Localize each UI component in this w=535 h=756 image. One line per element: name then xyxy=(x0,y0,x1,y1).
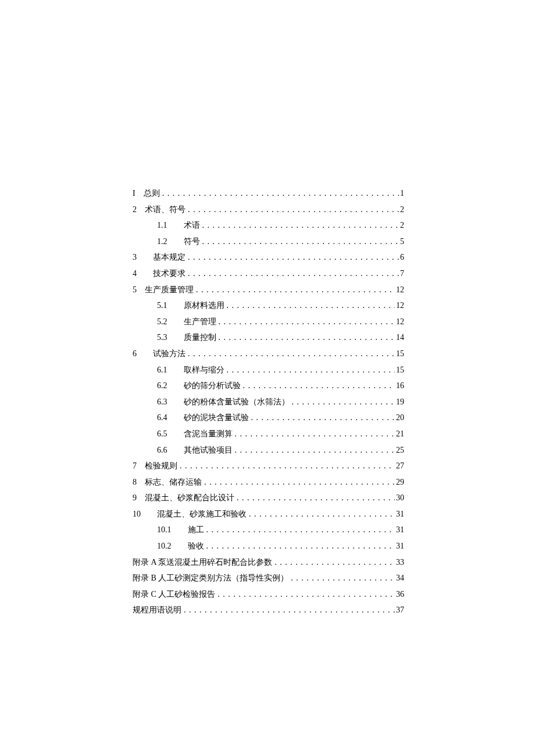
toc-entry: 附录 A 泵送混凝土用碎石时配合比参数33 xyxy=(133,555,404,571)
toc-entry-page: 29 xyxy=(396,475,404,490)
toc-entry-number: 1.2 xyxy=(157,234,167,250)
toc-entry: 附录 C 人工砂检验报告36 xyxy=(133,587,404,603)
toc-entry-number: 10.2 xyxy=(157,539,172,554)
toc-leader-dots xyxy=(243,378,395,394)
toc-entry-label: 原材料选用 xyxy=(184,298,224,314)
table-of-contents: I总则12术语、符号21.1术语21.2符号53基本规定64技术要求75生产质量… xyxy=(133,186,404,618)
toc-entry-number: 6.2 xyxy=(157,378,167,394)
toc-entry: 4技术要求7 xyxy=(133,266,404,282)
toc-entry-page: 31 xyxy=(396,522,404,538)
toc-entry-label: 规程用语说明 xyxy=(133,603,181,618)
toc-entry: 6.1取样与缩分15 xyxy=(133,363,404,378)
toc-entry-label: 生产质量管理 xyxy=(145,282,194,298)
toc-entry-label: 总则 xyxy=(144,186,160,202)
toc-entry-page: 36 xyxy=(396,587,404,603)
toc-leader-dots xyxy=(188,346,395,362)
toc-entry: 1.1术语2 xyxy=(133,218,404,234)
toc-entry-page: 12 xyxy=(396,298,404,314)
toc-leader-dots xyxy=(274,555,395,571)
toc-entry: 6.5含泥当量测算21 xyxy=(133,427,404,442)
toc-entry-label: 砂的粉体含量试验（水筛法） xyxy=(184,395,290,410)
toc-entry-page: 30 xyxy=(396,490,404,506)
toc-leader-dots xyxy=(227,363,395,378)
toc-entry-label: 术语、符号 xyxy=(145,202,186,218)
toc-leader-dots xyxy=(204,475,395,490)
toc-entry: 5.3质量控制14 xyxy=(133,330,404,346)
toc-leader-dots xyxy=(235,443,395,458)
toc-entry-page: 34 xyxy=(396,571,404,586)
toc-entry: 附录 B 人工砂测定类别方法（指导性实例）34 xyxy=(133,571,404,586)
toc-entry-label: 混凝土、砂浆施工和验收 xyxy=(157,507,247,522)
toc-leader-dots xyxy=(188,202,399,218)
toc-entry-label: 验收 xyxy=(188,539,204,554)
toc-entry-label: 标志、储存运输 xyxy=(145,475,202,490)
toc-entry-page: 21 xyxy=(396,427,404,442)
toc-entry-label: 含泥当量测算 xyxy=(184,427,233,442)
toc-entry: 8标志、储存运输29 xyxy=(133,475,404,490)
toc-entry-number: 3 xyxy=(133,250,137,266)
toc-page: I总则12术语、符号21.1术语21.2符号53基本规定64技术要求75生产质量… xyxy=(0,0,535,677)
toc-leader-dots xyxy=(180,458,395,474)
toc-entry: 6.4砂的泥块含量试验20 xyxy=(133,410,404,426)
toc-entry: 6.6其他试验项目25 xyxy=(133,443,404,458)
toc-entry-page: 15 xyxy=(396,346,404,362)
toc-entry-page: 20 xyxy=(396,410,404,426)
toc-leader-dots xyxy=(206,539,395,554)
toc-entry-label: 技术要求 xyxy=(153,266,186,282)
toc-entry-number: 4 xyxy=(133,266,137,282)
toc-entry-label: 基本规定 xyxy=(153,250,186,266)
toc-entry: 10混凝土、砂浆施工和验收31 xyxy=(133,507,404,522)
toc-entry-number: 2 xyxy=(133,202,137,218)
toc-entry-page: 2 xyxy=(400,202,404,218)
toc-leader-dots xyxy=(291,571,395,586)
toc-entry-number: 6 xyxy=(133,346,137,362)
toc-leader-dots xyxy=(292,395,395,410)
toc-entry-label: 取样与缩分 xyxy=(184,363,224,378)
toc-entry-label: 检验规则 xyxy=(145,458,177,474)
toc-entry-label: 试验方法 xyxy=(153,346,186,362)
toc-entry-page: 1 xyxy=(400,186,404,202)
toc-entry: 5.2生产管理12 xyxy=(133,314,404,330)
toc-leader-dots xyxy=(162,186,399,202)
toc-entry: 6试验方法15 xyxy=(133,346,404,362)
toc-leader-dots xyxy=(227,298,395,314)
toc-entry-page: 5 xyxy=(400,234,404,250)
toc-entry-number: 10 xyxy=(133,507,141,522)
toc-leader-dots xyxy=(219,314,395,330)
toc-entry: 10.2验收31 xyxy=(133,539,404,554)
toc-leader-dots xyxy=(249,507,395,522)
toc-leader-dots xyxy=(202,218,400,234)
toc-leader-dots xyxy=(219,330,395,346)
toc-leader-dots xyxy=(196,282,395,298)
toc-leader-dots xyxy=(206,522,395,538)
toc-leader-dots xyxy=(188,250,399,266)
toc-entry-page: 33 xyxy=(396,555,404,571)
toc-entry-page: 37 xyxy=(396,603,404,618)
toc-entry-label: 附录 C 人工砂检验报告 xyxy=(133,587,215,603)
toc-entry-page: 12 xyxy=(396,314,404,330)
toc-leader-dots xyxy=(188,266,399,282)
toc-entry-number: 7 xyxy=(133,458,137,474)
toc-entry: 9混凝土、砂浆配合比设计30 xyxy=(133,490,404,506)
toc-entry: 5生产质量管理12 xyxy=(133,282,404,298)
toc-entry-page: 7 xyxy=(400,266,404,282)
toc-entry-number: 6.1 xyxy=(157,363,167,378)
toc-entry-page: 12 xyxy=(396,282,404,298)
toc-leader-dots xyxy=(251,410,395,426)
toc-entry: 2术语、符号2 xyxy=(133,202,404,218)
toc-entry: 1.2符号5 xyxy=(133,234,404,250)
toc-entry-page: 31 xyxy=(396,507,404,522)
toc-entry: 6.2砂的筛分析试验16 xyxy=(133,378,404,394)
toc-leader-dots xyxy=(235,427,395,442)
toc-entry-page: 25 xyxy=(396,443,404,458)
toc-entry: I总则1 xyxy=(133,186,404,202)
toc-entry-page: 19 xyxy=(396,395,404,410)
toc-entry-page: 27 xyxy=(396,458,404,474)
toc-entry-label: 质量控制 xyxy=(184,330,216,346)
toc-entry-label: 施工 xyxy=(188,522,204,538)
toc-entry-number: 6.4 xyxy=(157,410,167,426)
toc-entry-label: 术语 xyxy=(184,218,200,234)
toc-entry-number: I xyxy=(133,186,135,202)
toc-entry-label: 附录 B 人工砂测定类别方法（指导性实例） xyxy=(133,571,288,586)
toc-entry-label: 砂的筛分析试验 xyxy=(184,378,241,394)
